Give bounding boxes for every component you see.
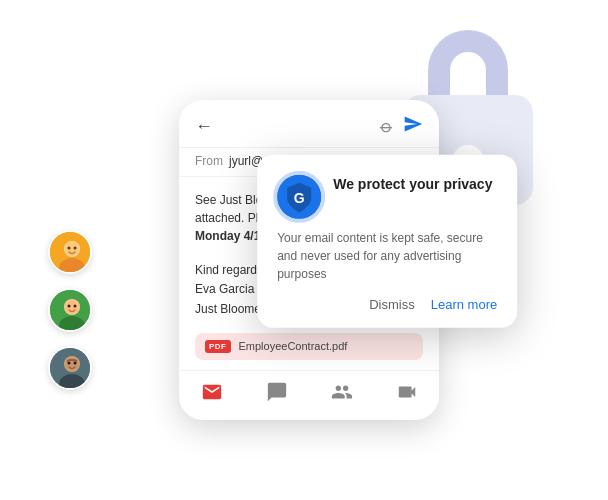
svg-point-4: [68, 247, 71, 250]
nav-mail-icon[interactable]: [201, 381, 223, 408]
header-icons: ⌀: [382, 114, 423, 139]
svg-point-10: [68, 305, 71, 308]
dismiss-button[interactable]: Dismiss: [369, 297, 415, 312]
popup-title-text: We protect your privacy: [333, 175, 492, 193]
popup-title: We protect your privacy: [333, 174, 492, 192]
scene: ← ⌀ From jyurl@mo.co See Just Bloomed em…: [0, 0, 608, 500]
attachment-icon[interactable]: ⌀: [376, 115, 399, 138]
svg-text:G: G: [294, 190, 305, 206]
attachment-filename: EmployeeContract.pdf: [239, 340, 348, 352]
avatar: [48, 230, 92, 274]
bottom-nav: [179, 370, 439, 420]
svg-point-11: [74, 305, 77, 308]
privacy-popup: G We protect your privacy Your email con…: [257, 155, 517, 328]
avatar-face-3: [50, 348, 92, 390]
svg-point-17: [74, 362, 77, 365]
svg-point-16: [68, 362, 71, 365]
pdf-badge: PDF: [205, 340, 231, 353]
nav-meet-icon[interactable]: [331, 381, 353, 408]
greeting: Kind regards,: [195, 263, 266, 277]
g-shield-icon: G: [277, 175, 321, 219]
popup-actions: Dismiss Learn more: [277, 297, 497, 312]
shield-svg: G: [277, 175, 321, 219]
popup-header: G We protect your privacy: [277, 175, 497, 219]
avatar-face-1: [50, 232, 92, 274]
signature-name: Eva Garcia: [195, 282, 254, 296]
nav-video-icon[interactable]: [396, 381, 418, 408]
popup-description: Your email content is kept safe, secure …: [277, 229, 497, 283]
back-button[interactable]: ←: [195, 116, 213, 137]
svg-point-5: [74, 247, 77, 250]
avatar-face-2: [50, 290, 92, 332]
phone-header: ← ⌀: [179, 100, 439, 148]
avatar-list: [48, 230, 92, 390]
nav-chat-icon[interactable]: [266, 381, 288, 408]
attachment-row[interactable]: PDF EmployeeContract.pdf: [195, 333, 423, 360]
learn-more-button[interactable]: Learn more: [431, 297, 497, 312]
avatar: [48, 288, 92, 332]
avatar: [48, 346, 92, 390]
from-label: From: [195, 154, 223, 168]
send-button[interactable]: [403, 114, 423, 139]
svg-point-18: [277, 175, 321, 219]
